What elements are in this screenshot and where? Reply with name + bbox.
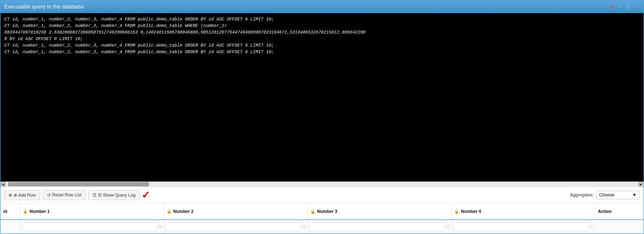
- aggregates-section: Aggregates: Choose ▼: [570, 191, 640, 199]
- toolbar: ⊕ ⊕ Add Row ↺ Reset Row List ☰ ☰ Show Qu…: [0, 187, 644, 203]
- title-bar: Executable query to the database 📌 − □ ✕: [0, 1, 644, 13]
- filter-number3-cell: ▽: [308, 220, 452, 233]
- query-line-6: CT id, number_1, number_2, number_3, num…: [4, 49, 640, 55]
- number1-lock-icon: 🔒: [23, 209, 28, 214]
- query-line-2: CT id, number_1, number_2, number_3, num…: [4, 23, 640, 29]
- dropdown-arrow-icon: ▼: [632, 192, 636, 198]
- show-query-log-button[interactable]: ☰ ☰ Show Query Log: [88, 190, 140, 200]
- filter-row: ▽ ▽ ▽ ▽: [0, 220, 644, 233]
- aggregates-dropdown[interactable]: Choose ▼: [596, 191, 640, 199]
- show-query-log-label: ☰ Show Query Log: [98, 192, 136, 198]
- scroll-thumb[interactable]: [8, 182, 149, 186]
- reset-icon: ↺: [47, 192, 51, 198]
- column-number3-label: Number 3: [317, 209, 337, 214]
- plus-icon: ⊕: [8, 192, 12, 198]
- filter-number1-cell: ▽: [20, 220, 164, 233]
- filter-number3-icon: ▽: [446, 224, 449, 229]
- title-bar-left: Executable query to the database: [4, 4, 84, 10]
- pin-button[interactable]: 📌: [608, 4, 615, 10]
- list-icon: ☰: [92, 192, 96, 198]
- close-button[interactable]: ✕: [633, 4, 640, 10]
- reset-row-list-label: Reset Row List: [52, 192, 82, 198]
- column-header-number4: 🔒 Number 4: [452, 203, 595, 219]
- number2-lock-icon: 🔒: [167, 209, 172, 214]
- filter-number4-input[interactable]: [453, 222, 589, 231]
- reset-row-list-button[interactable]: ↺ Reset Row List: [43, 190, 86, 200]
- aggregates-label: Aggregates:: [570, 192, 594, 198]
- scroll-right-button[interactable]: ▶: [638, 182, 644, 187]
- scroll-track[interactable]: [6, 182, 638, 187]
- column-header-id: id: [0, 203, 20, 219]
- title-bar-controls: 📌 − □ ✕: [608, 4, 640, 10]
- column-id-label: id: [4, 209, 7, 214]
- filter-number2-cell: ▽: [164, 220, 308, 233]
- filter-number2-input[interactable]: [166, 222, 301, 231]
- window-title: Executable query to the database: [4, 4, 84, 10]
- filter-id-cell: [0, 220, 20, 233]
- column-header-number3: 🔒 Number 3: [308, 203, 452, 219]
- restore-button[interactable]: □: [624, 4, 632, 10]
- minimize-button[interactable]: −: [616, 4, 623, 10]
- add-row-label: ⊕ Add Row: [14, 192, 36, 198]
- scroll-left-button[interactable]: ◀: [0, 182, 6, 187]
- pin-icon: 📌: [609, 5, 614, 9]
- add-row-button[interactable]: ⊕ ⊕ Add Row: [4, 190, 40, 200]
- minimize-icon: −: [618, 5, 621, 9]
- filter-action-cell: [595, 220, 644, 233]
- column-number2-label: Number 2: [174, 209, 194, 214]
- number4-lock-icon: 🔒: [454, 209, 459, 214]
- checkmark-annotation: ✓: [142, 189, 150, 201]
- column-header-number1: 🔒 Number 1: [20, 203, 164, 219]
- column-header-number2: 🔒 Number 2: [164, 203, 308, 219]
- query-log-display: CT id, number_1, number_2, number_3, num…: [0, 13, 644, 182]
- table-header: id 🔒 Number 1 🔒 Number 2 🔒 Number 3 🔒 Nu…: [0, 203, 644, 220]
- query-line-5: CT id, number_1, number_2, number_3, num…: [4, 42, 640, 49]
- column-number4-label: Number 4: [461, 209, 481, 214]
- filter-number1-icon: ▽: [159, 224, 162, 229]
- close-icon: ✕: [634, 4, 638, 10]
- filter-number4-icon: ▽: [590, 224, 593, 229]
- aggregates-choose-label: Choose: [599, 192, 614, 198]
- filter-number3-input[interactable]: [310, 222, 445, 231]
- filter-number1-input[interactable]: [22, 222, 157, 231]
- number3-lock-icon: 🔒: [310, 209, 315, 214]
- restore-icon: □: [627, 5, 629, 9]
- query-line-3: 8839447087818230 2.638280082738605079127…: [4, 29, 640, 36]
- query-line-1: CT id, number_1, number_2, number_3, num…: [4, 16, 640, 23]
- horizontal-scrollbar[interactable]: ◀ ▶: [0, 182, 644, 187]
- query-line-4: R BY id ASC OFFSET 0 LIMIT 10;: [4, 36, 640, 42]
- filter-number2-icon: ▽: [302, 224, 305, 229]
- filter-number4-cell: ▽: [452, 220, 595, 233]
- column-number1-label: Number 1: [30, 209, 50, 214]
- column-header-action: Action: [595, 203, 644, 219]
- main-window: Executable query to the database 📌 − □ ✕…: [0, 0, 644, 234]
- column-action-label: Action: [598, 209, 612, 214]
